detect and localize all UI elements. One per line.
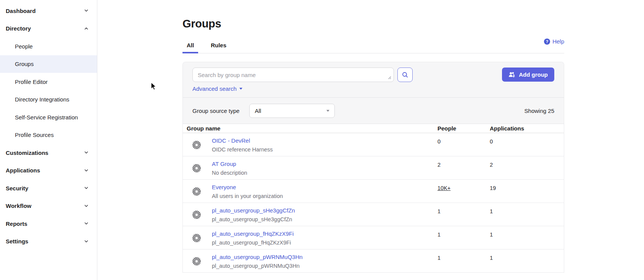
- chevron-down-icon: [84, 203, 89, 209]
- sidebar-item-label: Profile Sources: [15, 132, 54, 138]
- group-name-link[interactable]: pl_auto_usergroup_pWRNMuQ3Hn: [212, 254, 303, 260]
- applications-count: 1: [490, 249, 564, 272]
- sidebar-item-label: Dashboard: [6, 8, 36, 14]
- sidebar-item-label: Customizations: [6, 150, 48, 156]
- sidebar-item-settings[interactable]: Settings: [0, 233, 97, 251]
- group-description: pl_auto_usergroup_pWRNMuQ3Hn: [212, 262, 303, 270]
- table-row: pl_auto_usergroup_pWRNMuQ3Hn pl_auto_use…: [183, 249, 564, 273]
- applications-count: 1: [490, 226, 564, 249]
- sidebar-item-label: Settings: [6, 238, 28, 245]
- people-count: 1: [437, 226, 490, 249]
- table-row: pl_auto_usergroup_sHe3ggCfZn pl_auto_use…: [183, 203, 564, 226]
- filter-area: Add group Advanced search Group source t…: [183, 62, 564, 124]
- people-count[interactable]: 10K+: [437, 185, 450, 191]
- chevron-down-icon: [84, 168, 89, 173]
- sidebar-item-label: Applications: [6, 167, 40, 174]
- sidebar-item-profile-sources[interactable]: Profile Sources: [0, 126, 97, 144]
- column-header-applications: Applications: [490, 125, 564, 132]
- groups-table: Group name People Applications OIDC - De…: [183, 124, 564, 273]
- help-link[interactable]: ? Help: [544, 38, 564, 45]
- sidebar-item-label: Self-Service Registration: [15, 114, 78, 121]
- caret-down-icon: [326, 110, 329, 112]
- tab-rules[interactable]: Rules: [207, 42, 231, 53]
- chevron-up-icon: [84, 26, 89, 31]
- group-name-link[interactable]: pl_auto_usergroup_fHqZKzX9Fi: [212, 230, 294, 237]
- sidebar-item-directory[interactable]: Directory: [0, 20, 97, 38]
- group-description: All users in your organization: [212, 193, 283, 200]
- people-count: 2: [437, 156, 490, 179]
- search-input[interactable]: [192, 68, 394, 82]
- table-row: AT Group No description 2 2: [183, 156, 564, 180]
- groups-admin-page: { "sidebar": { "items": [ {"label": "Das…: [0, 0, 644, 280]
- sidebar-item-groups[interactable]: Groups: [0, 55, 97, 73]
- advanced-search-link[interactable]: Advanced search: [192, 85, 242, 97]
- source-type-row: Group source type All Showing 25: [183, 97, 564, 124]
- caret-down-icon: [239, 88, 242, 90]
- group-icon: [192, 211, 201, 219]
- chevron-down-icon: [84, 185, 89, 191]
- group-name-link[interactable]: AT Group: [212, 161, 236, 167]
- group-icon: [192, 234, 201, 242]
- source-type-label: Group source type: [192, 108, 239, 114]
- group-description: pl_auto_usergroup_fHqZKzX9Fi: [212, 239, 294, 246]
- sidebar-item-applications[interactable]: Applications: [0, 162, 97, 180]
- applications-count: 19: [490, 180, 564, 203]
- chevron-down-icon: [84, 8, 89, 13]
- sidebar-item-label: Directory Integrations: [15, 96, 69, 103]
- help-icon: ?: [544, 39, 550, 45]
- chevron-down-icon: [84, 221, 89, 226]
- sidebar-item-customizations[interactable]: Customizations: [0, 144, 97, 162]
- table-row: OIDC - DevRel OIDC reference Harness 0 0: [183, 133, 564, 156]
- sidebar-item-profile-editor[interactable]: Profile Editor: [0, 73, 97, 91]
- people-count: 1: [437, 249, 490, 272]
- add-group-label: Add group: [519, 71, 548, 78]
- column-header-group-name: Group name: [183, 125, 437, 132]
- group-icon: [192, 187, 201, 196]
- table-row: pl_auto_usergroup_fHqZKzX9Fi pl_auto_use…: [183, 226, 564, 249]
- tab-bar: All Rules: [182, 42, 564, 53]
- applications-count: 0: [490, 133, 564, 156]
- sidebar-item-people[interactable]: People: [0, 37, 97, 55]
- group-name-link[interactable]: Everyone: [212, 184, 236, 190]
- group-description: pl_auto_usergroup_sHe3ggCfZn: [212, 216, 295, 223]
- group-name-link[interactable]: OIDC - DevRel: [212, 137, 250, 144]
- add-group-icon: [508, 72, 515, 78]
- chevron-down-icon: [84, 239, 89, 244]
- sidebar-item-label: People: [15, 43, 33, 50]
- applications-count: 2: [490, 156, 564, 179]
- main-area: ? Help Groups All Rules: [97, 0, 644, 280]
- source-type-value: All: [255, 108, 261, 114]
- sidebar-item-security[interactable]: Security: [0, 179, 97, 197]
- add-group-button[interactable]: Add group: [502, 68, 554, 82]
- sidebar-item-label: Workflow: [6, 203, 31, 209]
- chevron-down-icon: [84, 150, 89, 155]
- people-count: 0: [437, 133, 490, 156]
- page-title: Groups: [182, 18, 564, 30]
- table-row: Everyone All users in your organization …: [183, 180, 564, 203]
- help-label: Help: [552, 38, 564, 45]
- sidebar-item-label: Security: [6, 185, 28, 191]
- sidebar-item-dashboard[interactable]: Dashboard: [0, 2, 97, 20]
- sidebar-item-workflow[interactable]: Workflow: [0, 197, 97, 215]
- group-icon: [192, 257, 201, 266]
- group-name-link[interactable]: pl_auto_usergroup_sHe3ggCfZn: [212, 207, 295, 214]
- group-icon: [192, 141, 201, 149]
- search-button[interactable]: [397, 68, 413, 82]
- showing-count: Showing 25: [525, 108, 554, 114]
- sidebar: Dashboard Directory People Groups Profil…: [0, 0, 97, 280]
- sidebar-item-label: Directory: [6, 25, 31, 32]
- group-icon: [192, 164, 201, 172]
- group-description: No description: [212, 169, 247, 177]
- tab-all[interactable]: All: [182, 42, 198, 53]
- resize-handle-icon[interactable]: [387, 76, 391, 79]
- sidebar-item-reports[interactable]: Reports: [0, 215, 97, 233]
- sidebar-item-directory-integrations[interactable]: Directory Integrations: [0, 91, 97, 109]
- table-header: Group name People Applications: [183, 124, 564, 133]
- people-count: 1: [437, 203, 490, 226]
- sidebar-item-label: Reports: [6, 220, 27, 227]
- advanced-search-label: Advanced search: [192, 85, 237, 92]
- sidebar-item-self-service-registration[interactable]: Self-Service Registration: [0, 108, 97, 126]
- sidebar-item-label: Groups: [15, 61, 34, 67]
- source-type-select[interactable]: All: [249, 104, 335, 118]
- groups-panel: Add group Advanced search Group source t…: [182, 62, 564, 273]
